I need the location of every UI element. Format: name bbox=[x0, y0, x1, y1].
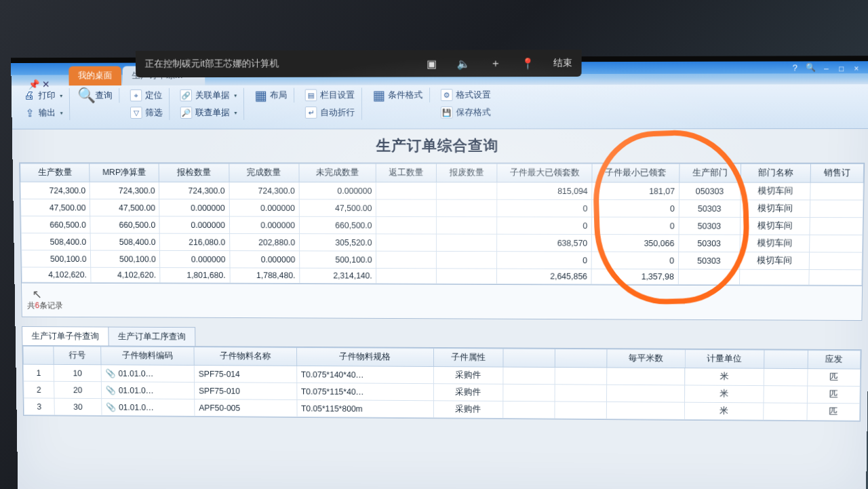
column-header[interactable]: MRP净算量 bbox=[90, 163, 159, 182]
add-icon[interactable]: ＋ bbox=[489, 56, 502, 70]
column-header[interactable]: 计量单位 bbox=[685, 349, 764, 368]
column-header[interactable]: 返工数量 bbox=[376, 163, 437, 182]
minimize-button[interactable]: – bbox=[824, 64, 831, 71]
tab-label: 我的桌面 bbox=[78, 70, 113, 80]
layout-button[interactable]: ▦ 布局 bbox=[252, 88, 290, 103]
volume-icon[interactable]: 🔈 bbox=[457, 57, 471, 71]
page-title: 生产订单综合查询 bbox=[19, 136, 865, 156]
column-header[interactable] bbox=[23, 346, 54, 364]
remote-status: 正在控制碳元it部王芯娜的计算机 bbox=[144, 58, 279, 70]
search-icon: 🔍 bbox=[80, 90, 92, 102]
locate-button[interactable]: ⌖ 定位 bbox=[127, 88, 165, 103]
maximize-button[interactable]: □ bbox=[839, 64, 846, 71]
column-header[interactable] bbox=[764, 350, 808, 369]
column-header[interactable]: 子件属性 bbox=[434, 348, 503, 367]
remote-control-bar: 正在控制碳元it部王芯娜的计算机 ▣ 🔈 ＋ 📍 结束 bbox=[136, 50, 582, 77]
attachment-icon: 📎 bbox=[105, 369, 115, 378]
pin-icon[interactable]: 📌 ✕ bbox=[28, 79, 50, 90]
search-icon[interactable]: 🔍 bbox=[806, 62, 816, 72]
table-row[interactable]: 724,300.0724,300.0724,300.0724,300.00.00… bbox=[20, 182, 863, 200]
save-icon: 💾 bbox=[441, 106, 453, 119]
qr-icon[interactable]: ▣ bbox=[425, 57, 438, 71]
column-header[interactable]: 子件物料规格 bbox=[296, 347, 434, 366]
table-row[interactable]: 500,100.0500,100.00.0000000.000000500,10… bbox=[22, 250, 863, 270]
attachment-icon: 📎 bbox=[106, 386, 116, 395]
search-doc-icon: 🔎 bbox=[180, 106, 193, 119]
query-button[interactable]: 🔍 查询 bbox=[77, 88, 115, 103]
table-row[interactable]: 508,400.0508,400.0216,080.0202,880.0305,… bbox=[21, 233, 863, 252]
print-button[interactable]: 🖨 打印▾ bbox=[20, 88, 65, 103]
column-header[interactable]: 毎平米数 bbox=[607, 349, 686, 368]
savefmt-button[interactable]: 💾 保存格式 bbox=[438, 105, 494, 120]
link-icon: 🔗 bbox=[180, 90, 192, 102]
colsetting-button[interactable]: ▤ 栏目设置 bbox=[302, 87, 357, 102]
tab-desktop[interactable]: 我的桌面 bbox=[68, 66, 121, 86]
table-row[interactable]: 47,500.0047,500.000.0000000.00000047,500… bbox=[21, 199, 863, 217]
columns-icon: ▤ bbox=[305, 89, 317, 101]
wrap-icon: ↵ bbox=[305, 106, 317, 119]
column-header[interactable] bbox=[555, 349, 607, 368]
column-header[interactable]: 完成数量 bbox=[229, 163, 298, 182]
column-header[interactable]: 子件物料名称 bbox=[194, 347, 296, 366]
gear-icon: ⚙ bbox=[441, 89, 453, 101]
column-header[interactable]: 生产数量 bbox=[20, 163, 90, 182]
column-header[interactable]: 行号 bbox=[54, 347, 101, 365]
column-header[interactable]: 生产部门 bbox=[679, 163, 741, 182]
column-header[interactable]: 报检数量 bbox=[159, 163, 229, 182]
column-header[interactable]: 报废数量 bbox=[437, 163, 497, 182]
table-row[interactable]: 4,102,620.4,102,620.1,801,680.1,788,480.… bbox=[22, 267, 862, 285]
export-icon: ⇪ bbox=[24, 107, 36, 119]
filter-button[interactable]: ▽ 筛选 bbox=[127, 105, 165, 120]
locate-icon: ⌖ bbox=[130, 90, 142, 102]
condfmt-button[interactable]: ▦ 条件格式 bbox=[370, 87, 426, 102]
close-button[interactable]: × bbox=[854, 64, 861, 71]
pin-icon[interactable]: 📍 bbox=[521, 56, 534, 70]
table-row[interactable]: 660,500.0660,500.00.0000000.000000660,50… bbox=[21, 216, 863, 235]
attachment-icon: 📎 bbox=[106, 403, 116, 412]
column-header[interactable] bbox=[502, 349, 555, 368]
autowrap-button[interactable]: ↵ 自动折行 bbox=[302, 105, 357, 120]
printer-icon: 🖨 bbox=[23, 90, 35, 102]
main-grid[interactable]: 生产数量MRP净算量报检数量完成数量未完成数量返工数量报废数量子件最大已领套数子… bbox=[19, 162, 865, 286]
record-count: ↖ 共6条记录 bbox=[21, 283, 863, 321]
uniondoc-button[interactable]: 🔎 联查单据▾ bbox=[178, 105, 240, 120]
fmtsetting-button[interactable]: ⚙ 格式设置 bbox=[438, 87, 494, 102]
help-icon[interactable]: ? bbox=[793, 62, 797, 73]
layout-icon: ▦ bbox=[254, 90, 267, 102]
column-header[interactable]: 部门名称 bbox=[741, 163, 811, 182]
column-header[interactable]: 销售订 bbox=[810, 163, 863, 182]
column-header[interactable]: 子件最小已领套 bbox=[592, 163, 679, 182]
reldoc-button[interactable]: 🔗 关联单据▾ bbox=[178, 88, 240, 103]
column-header[interactable]: 未完成数量 bbox=[299, 163, 376, 182]
cursor-icon: ↖ bbox=[32, 287, 42, 301]
export-button[interactable]: ⇪ 输出▾ bbox=[21, 106, 66, 121]
column-header[interactable]: 子件最大已领套数 bbox=[497, 163, 593, 182]
condfmt-icon: ▦ bbox=[373, 89, 385, 101]
sub-tab-process[interactable]: 生产订单工序查询 bbox=[108, 327, 195, 347]
ribbon-toolbar: 🖨 打印▾ ⇪ 输出▾ 🔍 查询 ⌖ 定位 bbox=[12, 84, 868, 130]
column-header[interactable]: 子件物料编码 bbox=[101, 347, 195, 366]
filter-icon: ▽ bbox=[130, 106, 142, 119]
sub-tab-child[interactable]: 生产订单子件查询 bbox=[22, 326, 109, 345]
sub-grid[interactable]: 行号子件物料编码子件物料名称子件物料规格子件属性毎平米数计量单位应发110📎01… bbox=[22, 346, 862, 422]
column-header[interactable]: 应发 bbox=[808, 350, 861, 369]
end-session-button[interactable]: 结束 bbox=[553, 57, 572, 69]
